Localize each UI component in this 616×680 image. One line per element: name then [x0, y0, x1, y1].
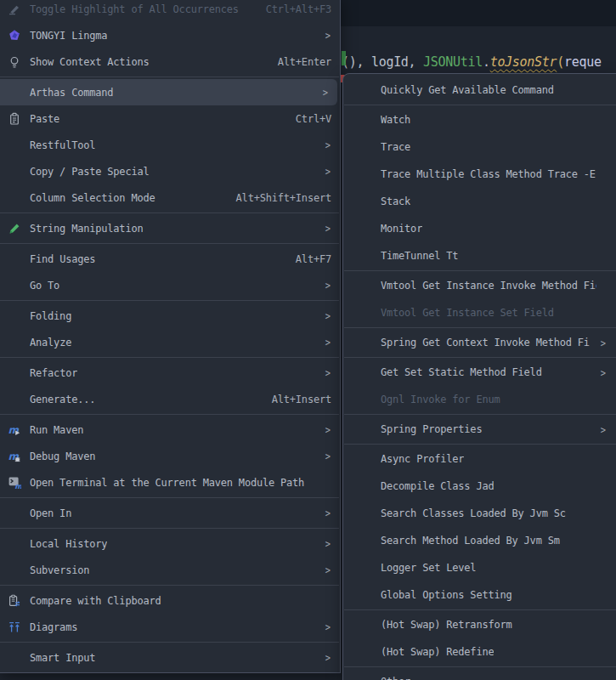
- menu-item-label: TimeTunnel Tt: [381, 250, 458, 262]
- context-menu-item-compare-with-clipboard[interactable]: Compare with Clipboard: [0, 587, 340, 614]
- menu-item-right-slot: >: [314, 166, 331, 177]
- icon-spacer: [6, 139, 23, 152]
- menu-divider: [344, 357, 616, 358]
- submenu-item-trace-multiple-class-method-trace-e[interactable]: Trace Multiple Class Method Trace -E: [343, 161, 616, 188]
- menu-divider: [344, 666, 616, 667]
- arthas-command-submenu: Quickly Get Available CommandWatchTraceT…: [342, 73, 616, 680]
- submenu-chevron-icon: >: [601, 367, 606, 378]
- context-menu-item-folding[interactable]: Folding>: [0, 303, 340, 329]
- menu-item-label: (Hot Swap) Redefine: [381, 646, 494, 658]
- icon-spacer: [357, 306, 374, 320]
- context-menu-item-open-in[interactable]: Open In>: [0, 500, 340, 526]
- icon-spacer: [357, 222, 374, 235]
- submenu-item-logger-set-level[interactable]: Logger Set Level: [343, 554, 616, 581]
- menu-item-right-slot: >: [314, 507, 331, 518]
- code-segment: (: [557, 54, 564, 70]
- submenu-item-hot-swap-redefine[interactable]: (Hot Swap) Redefine: [343, 638, 616, 666]
- menu-item-right-slot: Alt+F7: [285, 253, 331, 265]
- editor-context-menu: Toggle Highlight of All OccurrencesCtrl+…: [0, 0, 341, 673]
- submenu-item-monitor[interactable]: Monitor: [343, 215, 616, 242]
- submenu-item-timetunnel-tt[interactable]: TimeTunnel Tt: [343, 242, 616, 269]
- context-menu-item-string-manipulation[interactable]: String Manipulation>: [0, 215, 340, 241]
- editor-code-line[interactable]: (), logId, JSONUtil.toJsonStr(reque: [342, 54, 602, 71]
- context-menu-item-debug-maven[interactable]: mDebug Maven>: [0, 443, 340, 469]
- menu-item-label: Go To: [30, 280, 59, 292]
- submenu-item-watch[interactable]: Watch: [343, 106, 616, 133]
- submenu-item-decompile-class-jad[interactable]: Decompile Class Jad: [343, 473, 616, 500]
- menu-divider: [0, 414, 339, 415]
- icon-spacer: [357, 479, 374, 493]
- context-menu-item-restfultool[interactable]: RestfulTool>: [0, 132, 340, 158]
- submenu-item-spring-get-context-invoke-method-filed[interactable]: Spring Get Context Invoke Method Filed>: [343, 329, 616, 356]
- submenu-item-hot-swap-retransform[interactable]: (Hot Swap) Retransform: [343, 611, 616, 638]
- submenu-item-other[interactable]: Other>: [343, 668, 616, 680]
- context-menu-item-show-context-actions[interactable]: Show Context ActionsAlt+Enter: [0, 48, 340, 75]
- menu-item-label: Analyze: [30, 337, 71, 348]
- menu-item-label: Toggle Highlight of All Occurrences: [30, 3, 239, 15]
- menu-divider: [344, 270, 616, 271]
- icon-spacer: [6, 165, 23, 178]
- menu-item-label: Decompile Class Jad: [381, 480, 494, 492]
- icon-spacer: [6, 279, 23, 292]
- terminal-maven-icon: m: [6, 476, 23, 490]
- context-menu-item-generate[interactable]: Generate...Alt+Insert: [0, 386, 340, 412]
- context-menu-item-open-terminal-at-the-current-maven-module-path[interactable]: mOpen Terminal at the Current Maven Modu…: [0, 469, 340, 496]
- menu-item-label: Diagrams: [30, 621, 77, 633]
- context-menu-item-analyze[interactable]: Analyze>: [0, 329, 340, 355]
- menu-item-right-slot: >: [314, 538, 331, 549]
- menu-item-right-slot: Ctrl+V: [285, 113, 331, 125]
- context-menu-item-find-usages[interactable]: Find UsagesAlt+F7: [0, 246, 340, 272]
- icon-spacer: [6, 309, 23, 323]
- submenu-item-quickly-get-available-command[interactable]: Quickly Get Available Command: [343, 76, 616, 104]
- context-menu-item-column-selection-mode[interactable]: Column Selection ModeAlt+Shift+Insert: [0, 184, 340, 211]
- menu-item-label: Open In: [30, 507, 71, 519]
- submenu-chevron-icon: >: [325, 450, 331, 462]
- code-segment: reque: [564, 54, 602, 70]
- menu-item-label: Smart Input: [30, 652, 95, 664]
- menu-item-label: Folding: [30, 310, 71, 322]
- code-segment: (),: [342, 54, 371, 70]
- context-menu-item-paste[interactable]: PasteCtrl+V: [0, 105, 340, 132]
- svg-text:m: m: [14, 482, 21, 490]
- menu-item-label: Stack: [381, 196, 410, 207]
- context-menu-item-go-to[interactable]: Go To>: [0, 272, 340, 298]
- menu-item-label: Async Profiler: [381, 453, 464, 465]
- icon-spacer: [357, 452, 374, 466]
- context-menu-item-refactor[interactable]: Refactor>: [0, 360, 340, 386]
- submenu-item-stack[interactable]: Stack: [343, 188, 616, 215]
- menu-item-shortcut: Alt+Shift+Insert: [236, 192, 331, 204]
- context-menu-item-diagrams[interactable]: Diagrams>: [0, 614, 340, 640]
- submenu-item-async-profiler[interactable]: Async Profiler: [343, 445, 616, 473]
- submenu-item-global-options-setting[interactable]: Global Options Setting: [343, 581, 616, 609]
- context-menu-item-copy-paste-special[interactable]: Copy / Paste Special>: [0, 158, 340, 184]
- menu-item-label: (Hot Swap) Retransform: [381, 619, 512, 631]
- menu-item-right-slot: >: [314, 139, 331, 150]
- submenu-item-search-method-loaded-by-jvm-sm[interactable]: Search Method Loaded By Jvm Sm: [343, 527, 616, 554]
- icon-spacer: [6, 537, 23, 551]
- maven-debug-icon: m: [6, 450, 23, 463]
- context-menu-item-local-history[interactable]: Local History>: [0, 530, 340, 557]
- submenu-item-search-classes-loaded-by-jvm-sc[interactable]: Search Classes Loaded By Jvm Sc: [343, 500, 616, 527]
- submenu-item-get-set-static-method-field[interactable]: Get Set Static Method Field>: [343, 359, 616, 386]
- submenu-item-vmtool-get-instance-invoke-method-field[interactable]: Vmtool Get Instance Invoke Method Field: [343, 272, 616, 299]
- submenu-item-spring-properties[interactable]: Spring Properties>: [343, 416, 616, 443]
- menu-item-label: Vmtool Get Instance Invoke Method Field: [381, 280, 596, 292]
- menu-item-label: Local History: [30, 538, 107, 550]
- context-menu-item-subversion[interactable]: Subversion>: [0, 557, 340, 583]
- submenu-chevron-icon: >: [325, 652, 331, 663]
- icon-spacer: [6, 393, 23, 406]
- menu-divider: [0, 76, 339, 77]
- code-segment: logId: [371, 54, 409, 70]
- menu-divider: [0, 585, 339, 586]
- submenu-item-trace[interactable]: Trace: [343, 133, 616, 161]
- submenu-chevron-icon: >: [325, 337, 331, 348]
- context-menu-item-smart-input[interactable]: Smart Input>: [0, 644, 340, 671]
- menu-item-label: Generate...: [30, 394, 95, 405]
- context-menu-item-arthas-command[interactable]: Arthas Command>: [0, 79, 337, 105]
- menu-divider: [0, 528, 339, 529]
- context-menu-item-toggle-highlight-of-all-occurrences: Toggle Highlight of All OccurrencesCtrl+…: [0, 0, 340, 22]
- menu-item-label: Debug Maven: [30, 450, 95, 462]
- context-menu-item-tongyi-lingma[interactable]: TONGYI Lingma>: [0, 22, 340, 48]
- context-menu-item-run-maven[interactable]: mRun Maven>: [0, 416, 340, 443]
- icon-spacer: [357, 534, 374, 547]
